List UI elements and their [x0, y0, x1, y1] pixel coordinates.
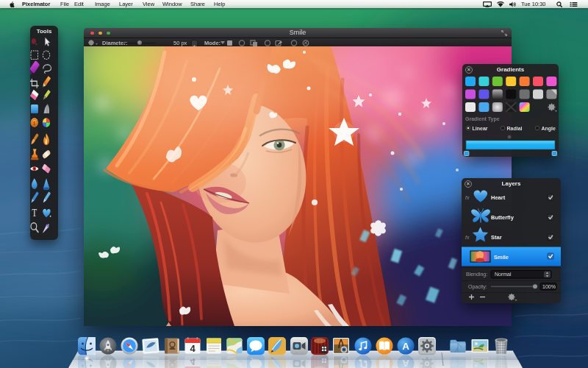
svg-text:Butterfly: Butterfly	[491, 214, 514, 221]
svg-text:Gradient Type: Gradient Type	[465, 116, 500, 122]
svg-text:Opacity:: Opacity:	[468, 284, 487, 290]
svg-text:Radial: Radial	[507, 126, 523, 131]
svg-text:Smile: Smile	[494, 254, 509, 261]
svg-text:Heart: Heart	[491, 194, 506, 201]
svg-text:100%: 100%	[542, 284, 556, 289]
svg-text:T: T	[32, 208, 37, 219]
svg-text:$: $	[33, 120, 36, 126]
svg-text:Blending:: Blending:	[466, 272, 487, 277]
svg-text:fx: fx	[465, 235, 470, 240]
svg-text:A: A	[402, 341, 409, 352]
svg-text:Linear: Linear	[473, 126, 488, 131]
svg-text:4: 4	[190, 343, 196, 354]
svg-text:Angle: Angle	[542, 126, 556, 132]
svg-text:Star: Star	[491, 234, 502, 241]
svg-text:Normal: Normal	[495, 272, 512, 277]
svg-text:fx: fx	[465, 195, 470, 200]
